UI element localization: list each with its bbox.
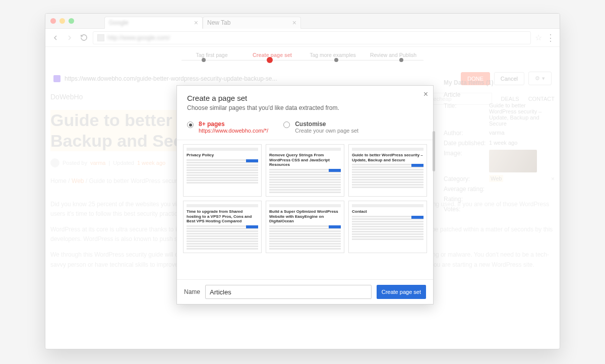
step-dot <box>334 58 338 62</box>
close-modal-icon[interactable]: × <box>424 90 428 99</box>
page-thumbnail[interactable]: Build a Super Optimized WordPress Websit… <box>266 201 344 253</box>
name-label: Name <box>184 288 200 295</box>
create-page-set-modal: × Create a page set Choose similar pages… <box>176 85 434 305</box>
radio-icon[interactable] <box>283 122 290 128</box>
page-thumbnail[interactable]: Time to upgrade from Shared hosting to a… <box>183 201 262 253</box>
modal-title: Create a page set <box>187 94 423 102</box>
scrollbar[interactable] <box>433 131 435 171</box>
radio-icon[interactable] <box>187 122 194 128</box>
step-dot <box>399 58 403 62</box>
create-page-set-button[interactable]: Create page set <box>377 285 426 299</box>
page-thumbnail[interactable]: Guide to better WordPress security – Upd… <box>348 144 427 197</box>
modal-subtitle: Choose similar pages that you'd like dat… <box>187 104 423 111</box>
page-thumbnails: Privacy PolicyRemove Query Strings From … <box>177 140 433 280</box>
pageset-option-customise[interactable]: Customise Create your own page set <box>283 120 358 134</box>
page-thumbnail[interactable]: Remove Query Strings From WordPress CSS … <box>266 144 344 197</box>
pageset-option-auto[interactable]: 8+ pages https://www.dowebho.com/*/ <box>187 120 268 134</box>
pageset-name-input[interactable] <box>205 285 372 299</box>
page-thumbnail[interactable]: Privacy Policy <box>183 144 262 197</box>
browser-window: Google × New Tab × http://www.google.com… <box>45 13 560 349</box>
page-thumbnail[interactable]: Contact <box>348 201 427 253</box>
step-dot <box>202 58 206 62</box>
